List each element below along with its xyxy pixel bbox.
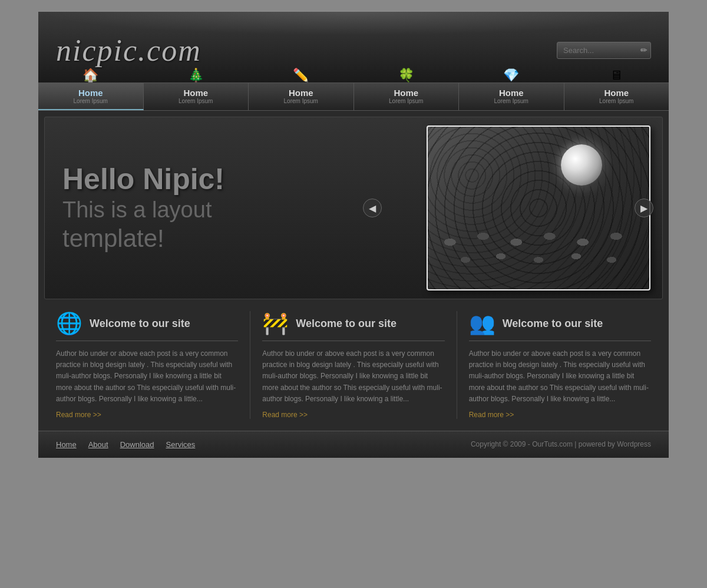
column-2: 👥 Welcome to our site Author bio under o…	[457, 311, 663, 419]
footer-links: Home About Download Services	[56, 440, 195, 449]
nav-title-0: Home	[44, 88, 137, 98]
col-header-1: 🚧 Welcome to our site	[262, 311, 444, 341]
hero-prev-button[interactable]: ◀	[363, 199, 382, 217]
content-area: 🌐 Welcome to our site Author bio under o…	[38, 299, 669, 431]
page-wrapper: nicpic.com ✏ 🏠 Home Lorem Ipsum 🎄 Home L…	[38, 12, 669, 458]
nav-item-4[interactable]: 💎 Home Lorem Ipsum	[459, 83, 564, 110]
nav-sub-0: Lorem Ipsum	[44, 98, 137, 104]
col-body-2: Author bio under or above each post is a…	[469, 348, 651, 405]
col-icon-0: 🌐	[56, 311, 82, 336]
hero-pebbles	[428, 171, 649, 289]
nav-sub-5: Lorem Ipsum	[570, 98, 663, 104]
nav-title-1: Home	[150, 88, 243, 98]
hero-sub2: template!	[62, 224, 409, 253]
col-icon-2: 👥	[469, 311, 495, 336]
footer-link-about[interactable]: About	[88, 440, 108, 449]
hero-title: Hello Nipic!	[62, 163, 409, 196]
col-body-1: Author bio under or above each post is a…	[262, 348, 444, 405]
nav-item-1[interactable]: 🎄 Home Lorem Ipsum	[144, 83, 249, 110]
nav-item-5[interactable]: 🖥 Home Lorem Ipsum	[564, 83, 669, 110]
footer: Home About Download Services Copyright ©…	[38, 431, 669, 458]
footer-link-home[interactable]: Home	[56, 440, 77, 449]
nav-icon-3: 🍀	[398, 68, 414, 83]
col-title-2: Welcome to our site	[503, 318, 603, 330]
nav-sub-2: Lorem Ipsum	[255, 98, 348, 104]
footer-link-services[interactable]: Services	[166, 440, 196, 449]
nav-sub-4: Lorem Ipsum	[465, 98, 558, 104]
nav-item-3[interactable]: 🍀 Home Lorem Ipsum	[354, 83, 460, 110]
hero-subtitle: This is a layout	[62, 196, 409, 224]
nav-title-2: Home	[255, 88, 348, 98]
hero-ball	[561, 144, 602, 186]
nav-icon-5: 🖥	[610, 68, 623, 83]
nav-icon-0: 🏠	[82, 68, 98, 83]
col-header-0: 🌐 Welcome to our site	[56, 311, 238, 341]
hero-banner: Hello Nipic! This is a layout template! …	[44, 117, 663, 299]
hero-next-button[interactable]: ▶	[635, 199, 653, 217]
footer-link-download[interactable]: Download	[120, 440, 154, 449]
nav-item-0[interactable]: 🏠 Home Lorem Ipsum	[38, 83, 144, 110]
hero-image	[427, 125, 650, 290]
search-area: ✏	[557, 42, 651, 59]
search-button[interactable]: ✏	[640, 45, 647, 55]
read-more-0[interactable]: Read more >>	[56, 411, 238, 419]
site-logo: nicpic.com	[56, 33, 201, 68]
header: nicpic.com ✏	[38, 12, 669, 82]
nav-title-3: Home	[360, 88, 453, 98]
col-header-2: 👥 Welcome to our site	[469, 311, 651, 341]
column-1: 🚧 Welcome to our site Author bio under o…	[250, 311, 457, 419]
col-icon-1: 🚧	[262, 311, 289, 336]
search-wrapper: ✏	[557, 42, 651, 59]
col-body-0: Author bio under or above each post is a…	[56, 348, 238, 405]
search-input[interactable]	[557, 42, 651, 59]
read-more-2[interactable]: Read more >>	[469, 411, 651, 419]
nav-sub-3: Lorem Ipsum	[360, 98, 453, 104]
nav-icon-2: ✏️	[293, 68, 309, 83]
nav-title-4: Home	[465, 88, 558, 98]
hero-line2: This is a layout	[62, 197, 212, 222]
nav-item-2[interactable]: ✏️ Home Lorem Ipsum	[249, 83, 354, 110]
read-more-1[interactable]: Read more >>	[262, 411, 444, 419]
hero-image-visual	[427, 125, 650, 290]
nav-icon-4: 💎	[503, 68, 519, 83]
nav-sub-1: Lorem Ipsum	[150, 98, 243, 104]
nav-icon-1: 🎄	[188, 68, 204, 83]
col-title-1: Welcome to our site	[296, 318, 397, 330]
nav-title-5: Home	[570, 88, 663, 98]
column-0: 🌐 Welcome to our site Author bio under o…	[44, 311, 250, 419]
col-title-0: Welcome to our site	[90, 318, 190, 330]
footer-copyright: Copyright © 2009 - OurTuts.com | powered…	[471, 440, 651, 448]
nav-bar: 🏠 Home Lorem Ipsum 🎄 Home Lorem Ipsum ✏️…	[38, 82, 669, 111]
